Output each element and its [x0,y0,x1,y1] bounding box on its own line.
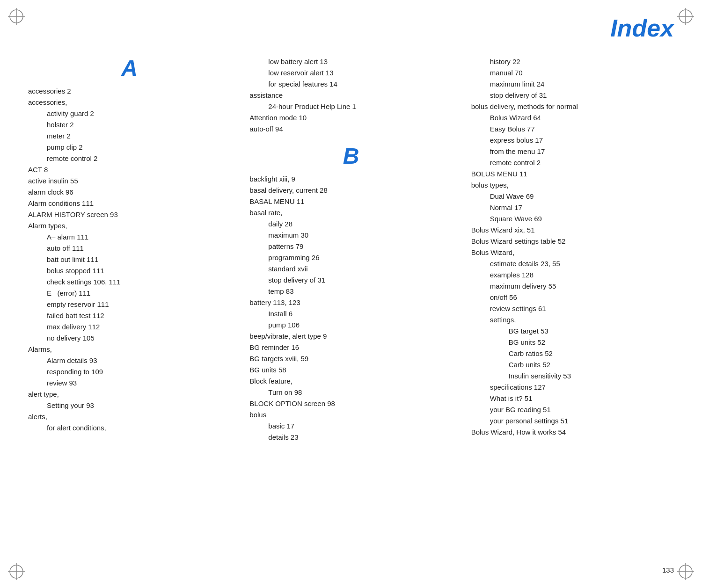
entry-alert-type: alert type, [28,389,231,400]
entry-for-special-features: for special features 14 [249,79,452,90]
entry-battery: battery 113, 123 [249,297,452,308]
entry-examples: examples 128 [471,269,674,281]
corner-mark-bottom-left [7,562,26,581]
entry-act: ACT 8 [28,164,231,175]
section-letter-b: B [249,144,452,169]
entry-24hr-help: 24-hour Product Help Line 1 [249,101,452,112]
entry-specifications: specifications 127 [471,382,674,393]
entry-empty-reservoir: empty reservoir 111 [28,299,231,310]
entry-list-a-cont: low battery alert 13 low reservoir alert… [249,56,452,135]
entry-list-b: backlight xiii, 9 basal delivery, curren… [249,174,452,443]
entry-maximum-30: maximum 30 [249,230,452,241]
entry-batt-out-limit: batt out limit 111 [28,254,231,265]
entry-e-error: E– (error) 111 [28,288,231,299]
entry-remote-control-1: remote control 2 [28,153,231,164]
column-3: history 22 manual 70 maximum limit 24 st… [462,56,674,438]
entry-history: history 22 [471,56,674,67]
entry-activity-guard: activity guard 2 [28,108,231,119]
entry-alarm-history: ALARM HISTORY screen 93 [28,209,231,220]
entry-accessories: accessories 2 [28,86,231,97]
entry-manual: manual 70 [471,67,674,79]
entry-for-alert-conditions: for alert conditions, [28,422,231,434]
page-header: Index [28,14,674,42]
entry-alarm-details: Alarm details 93 [28,355,231,366]
entry-review-settings: review settings 61 [471,303,674,314]
entry-list-a: accessories 2 accessories, activity guar… [28,86,231,434]
entry-alarm-types: Alarm types, [28,220,231,232]
entry-bolus-wizard-64: Bolus Wizard 64 [471,112,674,123]
entry-express-bolus: express bolus 17 [471,135,674,146]
svg-point-9 [679,565,692,578]
entry-pump-battery: pump 106 [249,319,452,331]
entry-block-feature: Block feature, [249,376,452,387]
entry-block-option: BLOCK OPTION screen 98 [249,398,452,409]
content-area: A accessories 2 accessories, activity gu… [28,56,674,443]
entry-bg-units-52: BG units 52 [471,337,674,348]
entry-daily: daily 28 [249,218,452,230]
entry-backlight: backlight xiii, 9 [249,174,452,185]
entry-bolus-types: bolus types, [471,180,674,191]
entry-pump-clip: pump clip 2 [28,142,231,153]
entry-easy-bolus: Easy Bolus 77 [471,123,674,135]
entry-dual-wave: Dual Wave 69 [471,191,674,202]
entry-stop-delivery-basal: stop delivery of 31 [249,275,452,286]
entry-low-battery-alert: low battery alert 13 [249,56,452,67]
entry-square-wave: Square Wave 69 [471,213,674,225]
entry-remote-control-2: remote control 2 [471,157,674,168]
entry-alarm-clock: alarm clock 96 [28,187,231,198]
entry-basic: basic 17 [249,421,452,432]
entry-bolus-delivery-methods: bolus delivery, methods for normal [471,101,674,112]
column-2: low battery alert 13 low reservoir alert… [240,56,461,443]
entry-your-personal-settings: your personal settings 51 [471,415,674,427]
entry-bolus-wizard-comma: Bolus Wizard, [471,247,674,258]
entry-programming: programming 26 [249,252,452,263]
entry-install: Install 6 [249,308,452,319]
entry-stop-delivery-bolus: stop delivery of 31 [471,90,674,101]
entry-alarms: Alarms, [28,344,231,355]
entry-bg-target: BG target 53 [471,326,674,337]
entry-maximum-delivery: maximum delivery 55 [471,281,674,292]
entry-bolus: bolus [249,409,452,421]
entry-alarm-conditions: Alarm conditions 111 [28,198,231,209]
corner-mark-top-right [676,7,695,26]
entry-turn-on: Turn on 98 [249,387,452,398]
entry-max-delivery: max delivery 112 [28,321,231,333]
page-title: Index [610,15,674,42]
entry-auto-off-alarm: auto off 111 [28,243,231,254]
entry-maximum-limit: maximum limit 24 [471,79,674,90]
entry-bg-units: BG units 58 [249,364,452,376]
entry-your-bg-reading: your BG reading 51 [471,404,674,415]
entry-from-menu: from the menu 17 [471,146,674,157]
entry-low-reservoir-alert: low reservoir alert 13 [249,67,452,79]
entry-bg-reminder: BG reminder 16 [249,342,452,353]
entry-auto-off: auto-off 94 [249,123,452,135]
entry-details: details 23 [249,432,452,443]
corner-mark-top-left [7,7,26,26]
entry-bolus-wizard-xix: Bolus Wizard xix, 51 [471,225,674,236]
entry-accessories-comma: accessories, [28,97,231,108]
svg-point-0 [10,10,23,23]
entry-no-delivery: no delivery 105 [28,333,231,344]
section-letter-a: A [28,56,231,81]
entry-alerts: alerts, [28,411,231,422]
entry-bg-targets: BG targets xviii, 59 [249,353,452,364]
svg-point-3 [679,10,692,23]
entry-review-alarms: review 93 [28,377,231,389]
page-number: 133 [662,566,674,574]
entry-assistance: assistance [249,90,452,101]
corner-mark-bottom-right [676,562,695,581]
entry-bolus-wizard-settings-table: Bolus Wizard settings table 52 [471,236,674,247]
entry-bolus-wizard-how: Bolus Wizard, How it works 54 [471,427,674,438]
entry-estimate-details: estimate details 23, 55 [471,258,674,269]
entry-check-settings: check settings 106, 111 [28,276,231,288]
entry-a-alarm: A– alarm 111 [28,232,231,243]
entry-temp: temp 83 [249,286,452,297]
entry-on-off: on/off 56 [471,292,674,303]
entry-bolus-stopped: bolus stopped 111 [28,265,231,276]
entry-attention-mode: Attention mode 10 [249,112,452,123]
entry-responding-to: responding to 109 [28,366,231,377]
entry-carb-ratios: Carb ratios 52 [471,348,674,359]
svg-point-6 [10,565,23,578]
entry-settings: settings, [471,314,674,326]
entry-basal-delivery-current: basal delivery, current 28 [249,185,452,196]
